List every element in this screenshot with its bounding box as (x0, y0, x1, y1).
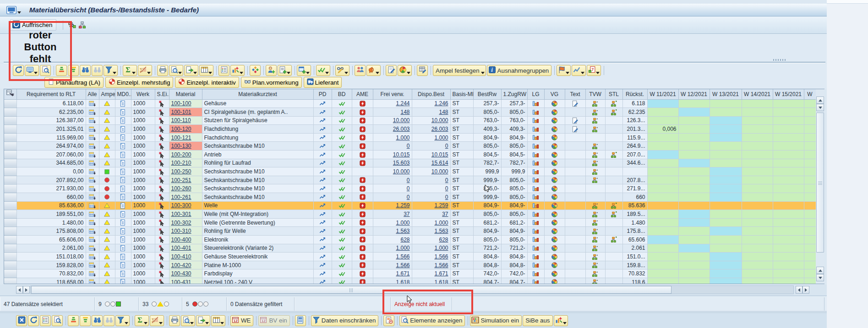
tvw-icon[interactable] (592, 236, 599, 243)
bv-ein-button[interactable]: 12BV ein (258, 315, 289, 326)
week-note-button[interactable]: 7 (587, 65, 601, 76)
ame-icon[interactable] (359, 126, 366, 133)
column-header-Basis-ME[interactable]: Basis-ME (450, 89, 473, 99)
ausnahmegruppen-button[interactable]: iAusnahmegruppen (487, 65, 552, 76)
hscroll-right-button2[interactable] (802, 286, 809, 294)
sei-icon[interactable] (158, 253, 165, 260)
pd-icon[interactable] (319, 100, 326, 107)
ame-icon[interactable] (359, 279, 366, 284)
md0-icon[interactable] (120, 262, 126, 269)
stl-icon[interactable] (611, 151, 617, 158)
md0-icon[interactable] (120, 126, 126, 133)
ame-icon[interactable] (359, 151, 366, 158)
frei-link[interactable]: 10.000 (393, 117, 410, 124)
lg-icon[interactable] (532, 160, 539, 167)
vg-icon[interactable] (551, 279, 558, 284)
disp-link[interactable]: 0 (445, 194, 448, 200)
vg-icon[interactable] (551, 228, 558, 235)
alle-icon[interactable] (89, 117, 96, 124)
vg-icon[interactable] (551, 143, 558, 150)
sei-icon[interactable] (158, 194, 165, 200)
vscroll-down-button2[interactable] (816, 274, 824, 281)
text-edit-icon[interactable] (572, 117, 579, 124)
row-selector[interactable] (4, 133, 16, 142)
column-header-BestRw[interactable]: BestRw (473, 89, 501, 99)
sei-icon[interactable] (158, 245, 165, 252)
vg-icon[interactable] (551, 168, 558, 175)
row-selector[interactable] (4, 151, 16, 159)
bd-icon[interactable] (338, 202, 345, 209)
disp-link[interactable]: 0 (445, 185, 448, 192)
column-header-Materialkurztext[interactable]: Materialkurztext (202, 89, 313, 99)
note-edit-button[interactable] (386, 65, 397, 76)
we-button[interactable]: 12WE (230, 315, 253, 326)
pd-icon[interactable] (319, 279, 326, 284)
list-button[interactable] (40, 315, 51, 326)
tvw-icon[interactable] (592, 100, 599, 107)
md0-icon[interactable] (120, 202, 126, 209)
tab-plan-vormerkung[interactable]: Plan.vormerkung (241, 77, 302, 88)
vg-icon[interactable] (551, 100, 558, 107)
print-button[interactable] (157, 65, 168, 76)
md0-icon[interactable] (120, 279, 126, 284)
bd-icon[interactable] (338, 236, 345, 243)
list-button[interactable] (218, 65, 229, 76)
md0-icon[interactable] (120, 245, 126, 252)
tvw-icon[interactable] (592, 109, 599, 116)
disp-link[interactable]: 10.015 (431, 151, 448, 158)
frei-link[interactable]: 1.259 (396, 202, 409, 209)
ame-icon[interactable] (359, 211, 366, 218)
lg-icon[interactable] (532, 279, 539, 284)
row-selector[interactable] (4, 210, 16, 219)
lg-icon[interactable] (532, 219, 539, 226)
frei-link[interactable]: 1.563 (396, 228, 409, 234)
megaphone-button[interactable] (366, 65, 381, 76)
frei-link[interactable]: 1.000 (396, 245, 409, 251)
tab-einzelpl-interaktiv[interactable]: Einzelpl. interaktiv (175, 77, 239, 88)
alle-icon[interactable] (89, 177, 96, 183)
disp-link[interactable]: 148 (439, 109, 448, 115)
ame-icon[interactable] (359, 134, 366, 141)
bd-icon[interactable] (338, 109, 345, 116)
ame-icon[interactable] (359, 219, 366, 226)
frei-link[interactable]: 26.003 (393, 126, 410, 132)
users-button[interactable] (355, 65, 366, 76)
md0-icon[interactable] (120, 100, 126, 107)
sei-icon[interactable] (158, 262, 165, 269)
sei-icon[interactable] (158, 126, 165, 133)
pd-icon[interactable] (319, 219, 326, 226)
md0-icon[interactable] (120, 151, 126, 158)
column-header-Dispo.Best[interactable]: Dispo.Best (412, 89, 450, 99)
md0-icon[interactable] (120, 236, 126, 243)
column-header-W[interactable]: W (804, 89, 816, 99)
frei-link[interactable]: 0 (407, 185, 410, 192)
column-header-Alle[interactable]: Alle (86, 89, 99, 99)
column-header-LG[interactable]: LG (527, 89, 544, 99)
row-selector[interactable] (4, 218, 16, 227)
sibe-aus-button[interactable]: SiBe aus (523, 315, 552, 326)
lg-icon[interactable] (532, 151, 539, 158)
vg-icon[interactable] (551, 109, 558, 116)
pd-icon[interactable] (319, 194, 326, 200)
sei-icon[interactable] (158, 236, 165, 243)
row-selector[interactable] (4, 201, 16, 210)
bd-icon[interactable] (338, 168, 345, 175)
column-header-W 12/2021[interactable]: W 12/2021 (678, 89, 710, 99)
bd-icon[interactable] (338, 270, 345, 277)
mat-link[interactable]: 100-261 (171, 194, 191, 200)
tab-lieferant[interactable]: Lieferant (304, 77, 342, 88)
lg-icon[interactable] (532, 245, 539, 252)
vg-icon[interactable] (551, 134, 558, 141)
binoculars-button[interactable] (80, 65, 91, 76)
sei-icon[interactable] (158, 270, 165, 277)
subtotal-button[interactable]: Σ (150, 315, 164, 326)
vg-icon[interactable] (551, 177, 558, 183)
pd-icon[interactable] (319, 253, 326, 260)
lg-icon[interactable] (532, 168, 539, 175)
row-selector[interactable] (4, 167, 16, 176)
disp-link[interactable]: 1.000 (434, 245, 448, 251)
row-selector[interactable] (4, 253, 16, 261)
disp-link[interactable]: 1.246 (434, 100, 448, 107)
ame-icon[interactable] (359, 143, 366, 150)
vg-icon[interactable] (551, 211, 558, 218)
